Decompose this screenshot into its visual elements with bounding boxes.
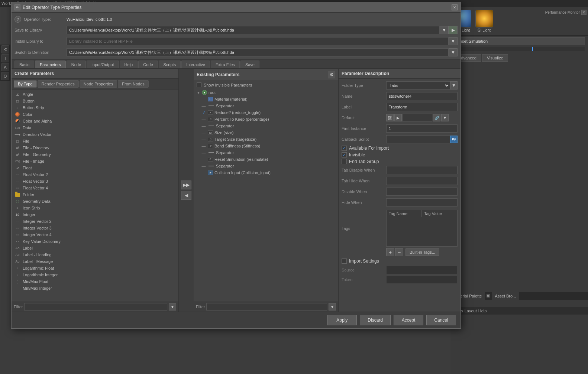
param-color-alpha[interactable]: Color and Alpha [12, 118, 178, 124]
subtab-render[interactable]: Render Properties [38, 80, 79, 88]
param-button[interactable]: □ Button [12, 98, 178, 104]
param-file-image[interactable]: img File - Image [12, 158, 178, 165]
mode-icon-2[interactable]: T [1, 54, 9, 62]
param-float-vec4[interactable]: == Float Vector 4 [12, 185, 178, 191]
mode-icon-4[interactable]: O [1, 72, 9, 80]
tab-help[interactable]: Help [120, 61, 138, 68]
switch-def-dropdown-btn[interactable]: ▼ [449, 48, 458, 56]
tree-targetsize[interactable]: — .2 Target Size (targetsize) [194, 136, 338, 143]
asset-browser-tab[interactable]: Asset Bro... [492, 292, 519, 300]
param-folder[interactable]: Folder [12, 191, 178, 198]
tab-code[interactable]: Code [138, 61, 158, 68]
switch-definition-input[interactable] [67, 48, 449, 56]
default-icon1[interactable]: 🖼 [386, 114, 394, 121]
slider-track[interactable] [453, 47, 585, 51]
tab-save[interactable]: Save [240, 61, 259, 68]
param-int-vec4[interactable]: == Integer Vector 4 [12, 231, 178, 238]
param-minmax-float[interactable]: [] Min/Max Float [12, 278, 178, 285]
param-integer[interactable]: 10 Integer [12, 211, 178, 218]
tag-remove-btn[interactable]: − [395, 248, 403, 256]
tree-stiffness[interactable]: — .2 Bend Stiffness (Stiffness) [194, 143, 338, 149]
tab-extrafiles[interactable]: Extra Files [211, 61, 240, 68]
param-color[interactable]: Color [12, 111, 178, 118]
discard-btn[interactable]: Discard [360, 315, 391, 325]
default-icon2[interactable]: ▶ [394, 114, 402, 121]
tree-resim[interactable]: — ↺ Reset Simulation (resimulate) [194, 156, 338, 163]
left-filter-arrow[interactable]: ▼ [169, 303, 176, 310]
param-log-float[interactable]: ≡ Logarithmic Float [12, 265, 178, 271]
tree-collision[interactable]: ▶ Collision Input (Collision_input) [194, 169, 338, 176]
first-instance-input[interactable] [386, 124, 458, 133]
default-input[interactable] [403, 114, 432, 122]
mat-palette-close[interactable]: × [487, 294, 490, 297]
param-int-vec2[interactable]: == Integer Vector 2 [12, 218, 178, 225]
invisible-checkbox[interactable]: ✓ [342, 152, 347, 157]
save-library-input[interactable] [67, 26, 440, 34]
tree-sep2[interactable]: — Separator [194, 123, 338, 129]
dialog-close-btn[interactable]: × [452, 4, 458, 10]
param-keyvalue-dict[interactable]: {} Key-Value Dictionary [12, 238, 178, 245]
param-float-vec3[interactable]: == Float Vector 3 [12, 178, 178, 185]
built-in-tags-btn[interactable]: Built-in Tags... [406, 248, 439, 256]
layout-label[interactable]: Layout [465, 309, 477, 313]
param-float[interactable]: .2 Float [12, 165, 178, 171]
cancel-btn[interactable]: Cancel [426, 315, 456, 325]
param-log-integer[interactable]: ≡ Logarithmic Integer [12, 271, 178, 278]
name-input[interactable] [386, 92, 458, 100]
hide-when-input[interactable] [386, 198, 458, 206]
accept-btn[interactable]: Accept [394, 315, 423, 325]
existing-params-gear[interactable]: ⚙ [328, 71, 335, 78]
import-settings-checkbox[interactable] [342, 258, 347, 264]
tree-sep4[interactable]: — Separator [194, 163, 338, 169]
param-button-strip[interactable]: ≡ Button Strip [12, 104, 178, 111]
param-direction-vector[interactable]: ⟶ Direction Vector [12, 131, 178, 138]
folder-type-dropdown[interactable]: ▼ [450, 81, 458, 90]
param-int-vec3[interactable]: == Integer Vector 3 [12, 225, 178, 231]
save-library-dropdown-btn[interactable]: ▼ [440, 26, 449, 34]
mode-icon-3[interactable]: A [1, 63, 9, 71]
subtab-bytype[interactable]: By Type [14, 80, 37, 88]
tree-sep1[interactable]: — Separator [194, 103, 338, 109]
param-label-message[interactable]: Ab Label - Message [12, 258, 178, 265]
transfer-right-btn[interactable]: ▶▶ [181, 181, 191, 189]
tree-percent[interactable]: — .2 Percent To Keep (percentage) [194, 116, 338, 123]
save-library-action-btn[interactable]: ▶ [449, 26, 458, 34]
middle-filter-arrow[interactable]: ▼ [329, 303, 336, 310]
tree-reduce[interactable]: ✓ ✓ Reduce? (reduce_toggle) [194, 109, 338, 116]
folder-type-select[interactable]: Tabs [386, 81, 450, 90]
perf-close-btn[interactable]: × [581, 10, 587, 15]
install-library-dropdown-btn[interactable]: ▼ [449, 37, 458, 45]
param-label-heading[interactable]: Ab Label - Heading [12, 251, 178, 258]
transfer-left-btn[interactable]: ◀ [181, 191, 191, 200]
tab-disable-when-input[interactable] [386, 166, 458, 174]
tree-sep3[interactable]: — Separator [194, 149, 338, 156]
tree-material[interactable]: b Material (material) [194, 96, 338, 103]
gi-light-btn[interactable]: GI Light [474, 10, 494, 32]
show-invisible-checkbox[interactable] [197, 82, 201, 87]
help-label[interactable]: Help [478, 309, 487, 313]
tree-root[interactable]: ▼ ● root [194, 89, 338, 96]
param-icon-strip[interactable]: ≡ Icon Strip [12, 205, 178, 211]
param-file[interactable]: □ File [12, 138, 178, 144]
available-import-checkbox[interactable]: ✓ [342, 146, 347, 151]
label-input[interactable] [386, 103, 458, 111]
mode-icon-1[interactable]: ⟲ [1, 45, 9, 53]
tab-parameters[interactable]: Parameters [35, 61, 66, 68]
param-label[interactable]: Ab Label [12, 245, 178, 251]
disable-when-input[interactable] [386, 188, 458, 196]
tab-scripts[interactable]: Scripts [159, 61, 181, 68]
tab-inputoutput[interactable]: Input/Output [87, 61, 119, 68]
param-float-vec2[interactable]: == Float Vector 2 [12, 171, 178, 178]
tab-hide-when-input[interactable] [386, 177, 458, 185]
subtab-node[interactable]: Node Properties [80, 80, 117, 88]
tab-node[interactable]: Node [67, 61, 86, 68]
install-library-input[interactable] [67, 37, 449, 45]
param-geometry-data[interactable]: ⬡ Geometry Data [12, 198, 178, 205]
param-file-geometry[interactable]: a/ File - Geometry [12, 151, 178, 158]
middle-filter-input[interactable] [206, 303, 327, 310]
apply-btn[interactable]: Apply [327, 315, 357, 325]
default-dropdown-btn[interactable]: ▼ [441, 114, 449, 121]
subtab-fromnodes[interactable]: From Nodes [118, 80, 149, 88]
python-icon[interactable]: Py [450, 136, 458, 143]
tab-basic[interactable]: Basic [14, 61, 34, 68]
